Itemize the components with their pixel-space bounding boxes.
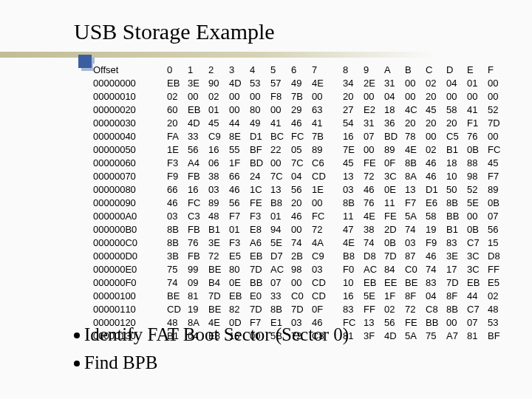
slide: USB Storage Example Offset0123456789ABCD… <box>0 0 532 399</box>
byte-cell: 75 <box>167 263 188 276</box>
byte-cell: 3C <box>467 250 488 263</box>
byte-cell: EB <box>364 276 384 290</box>
byte-cell: 89 <box>488 183 508 197</box>
byte-cell: FA <box>167 130 188 143</box>
byte-cell: 4E <box>364 210 384 223</box>
offset-cell: 00000050 <box>93 143 167 157</box>
byte-cell: 48 <box>208 210 229 223</box>
byte-cell: 75 <box>426 330 446 343</box>
byte-cell: 02 <box>426 143 446 157</box>
offset-cell: 00000020 <box>93 103 167 117</box>
byte-cell: 33 <box>270 290 291 303</box>
byte-cell: 58 <box>426 210 446 223</box>
byte-cell: 4D <box>188 117 208 130</box>
byte-cell: 63 <box>312 103 332 117</box>
table-row: 00000110CD19BE827D8B7D0F83FF0272C88BC748 <box>93 303 508 316</box>
byte-cell: 81 <box>467 330 488 343</box>
byte-cell: 22 <box>270 143 291 157</box>
table-row: 00000000EB3E904D5357494E342E310002040100 <box>93 77 508 90</box>
byte-cell: 90 <box>208 77 229 90</box>
byte-cell: F3 <box>229 236 250 250</box>
byte-cell: 05 <box>291 143 312 157</box>
offset-cell: 000000F0 <box>93 276 167 290</box>
byte-cell: 81 <box>188 290 208 303</box>
offset-cell: 00000080 <box>93 183 167 197</box>
byte-cell: 4A <box>312 236 332 250</box>
table-row: 000000D03BFB72E5EBD72BC9B8D87D87463E3CD8 <box>93 250 508 263</box>
byte-cell: 07 <box>488 210 508 223</box>
byte-cell: F3 <box>250 210 270 223</box>
byte-cell: 11 <box>343 210 364 223</box>
byte-cell: 7D <box>384 250 405 263</box>
byte-cell: 0E <box>384 183 405 197</box>
table-row: 00000080661603461C13561E03460E13D1505289 <box>93 183 508 197</box>
byte-cell: 1C <box>250 183 270 197</box>
byte-cell: 00 <box>405 90 426 103</box>
byte-cell: 03 <box>167 210 188 223</box>
bullet-dot <box>74 332 80 338</box>
col-E: E <box>467 64 488 77</box>
page-title: USB Storage Example <box>74 21 532 43</box>
byte-cell: 20 <box>446 117 467 130</box>
byte-cell: 00 <box>312 197 332 210</box>
byte-cell: 52 <box>488 103 508 117</box>
byte-cell: 53 <box>250 77 270 90</box>
byte-cell: 56 <box>229 197 250 210</box>
byte-cell: 74 <box>291 236 312 250</box>
byte-cell: 83 <box>343 303 364 316</box>
byte-cell: BB <box>446 210 467 223</box>
byte-cell: CD <box>312 276 332 290</box>
byte-cell: E2 <box>364 103 384 117</box>
byte-cell: 4D <box>384 330 405 343</box>
byte-cell: 44 <box>467 290 488 303</box>
byte-cell: 60 <box>167 103 188 117</box>
byte-cell: 7B <box>291 90 312 103</box>
byte-cell: 03 <box>405 236 426 250</box>
byte-cell: 19 <box>188 303 208 316</box>
table-row: 000000C08B763EF3A65E744A4E740B03F983C715 <box>93 236 508 250</box>
byte-cell: 74 <box>167 276 188 290</box>
table-row: 000000E07599BE807DAC9803F0AC84C074173CFF <box>93 263 508 276</box>
byte-cell: AC <box>270 263 291 276</box>
byte-cell: 38 <box>208 170 229 183</box>
byte-cell: BC <box>270 130 291 143</box>
byte-cell: 00 <box>405 77 426 90</box>
byte-cell: 49 <box>291 77 312 90</box>
byte-cell: 8B <box>405 157 426 170</box>
col-4: 4 <box>250 64 270 77</box>
byte-cell: 18 <box>384 103 405 117</box>
byte-cell: 03 <box>208 183 229 197</box>
byte-cell: 5A <box>405 330 426 343</box>
byte-cell: 04 <box>426 290 446 303</box>
byte-cell: B4 <box>208 276 229 290</box>
byte-cell: 46 <box>291 117 312 130</box>
byte-cell: F7 <box>488 170 508 183</box>
byte-cell: 7B <box>312 130 332 143</box>
byte-cell: 00 <box>364 143 384 157</box>
byte-cell: FB <box>188 170 208 183</box>
bullet-list: Identify FAT Boot Sector (Sector 0)Find … <box>74 321 349 377</box>
byte-cell: F8 <box>270 90 291 103</box>
byte-cell: 8B <box>167 236 188 250</box>
byte-cell: 89 <box>208 197 229 210</box>
byte-cell: 3B <box>167 250 188 263</box>
byte-cell: 46 <box>167 197 188 210</box>
byte-cell: 72 <box>312 223 332 236</box>
byte-cell: 20 <box>426 117 446 130</box>
byte-cell: 00 <box>188 90 208 103</box>
hex-table: Offset0123456789ABCDEF 00000000EB3E904D5… <box>93 64 508 343</box>
table-row: 0000009046FC8956FEB820008B7611F7E68B5E0B <box>93 197 508 210</box>
byte-cell: 80 <box>250 103 270 117</box>
byte-cell: 18 <box>446 157 467 170</box>
byte-cell: 78 <box>405 130 426 143</box>
byte-cell: 7D <box>208 290 229 303</box>
byte-cell: EB <box>167 77 188 90</box>
byte-cell: 56 <box>188 143 208 157</box>
byte-cell: A4 <box>188 157 208 170</box>
byte-cell: 58 <box>446 103 467 117</box>
byte-cell: 5E <box>270 236 291 250</box>
byte-cell: 8B <box>343 197 364 210</box>
byte-cell: B1 <box>446 223 467 236</box>
hex-body: 00000000EB3E904D5357494E342E310002040100… <box>93 77 508 343</box>
byte-cell: 03 <box>312 263 332 276</box>
